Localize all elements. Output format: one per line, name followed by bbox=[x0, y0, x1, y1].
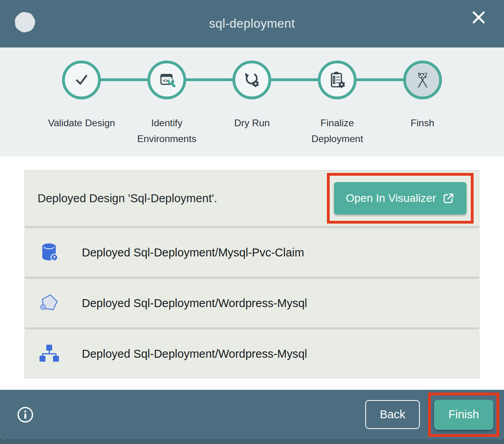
dry-run-icon bbox=[243, 71, 261, 89]
back-button[interactable]: Back bbox=[365, 400, 420, 429]
deployed-item-message: Deployed Sql-Deployment/Mysql-Pvc-Claim bbox=[82, 246, 304, 259]
step-validate-design: Validate Design bbox=[39, 61, 125, 146]
deployed-design-row: Deployed Design 'Sql-Deployment'. Open I… bbox=[25, 171, 479, 226]
clipboard-gear-icon bbox=[328, 71, 346, 89]
info-button[interactable] bbox=[17, 406, 34, 423]
deployed-item-message: Deployed Sql-Deployment/Wordpress-Mysql bbox=[82, 297, 307, 310]
step-finalize-deployment: Finalize Deployment bbox=[294, 61, 380, 146]
deployed-item-row: Deployed Sql-Deployment/Wordpress-Mysql bbox=[25, 279, 479, 327]
external-link-icon bbox=[442, 192, 455, 205]
close-icon bbox=[470, 9, 487, 26]
step-label: Finsh bbox=[411, 115, 434, 131]
step-label: Finalize Deployment bbox=[301, 115, 373, 146]
svg-text:<>: <> bbox=[163, 78, 169, 83]
modal-footer: Back Finish bbox=[0, 390, 504, 439]
screen: sql-deployment Validate Design bbox=[0, 0, 504, 444]
step-identify-environments: <> Identify Environments bbox=[124, 61, 210, 146]
code-environment-icon: <> bbox=[158, 71, 176, 89]
open-in-visualizer-button[interactable]: Open In Visualizer bbox=[334, 182, 466, 214]
finish-flags-icon bbox=[413, 71, 432, 89]
hierarchy-icon bbox=[39, 343, 60, 364]
svg-text:?: ? bbox=[53, 255, 55, 260]
deployed-item-message: Deployed Sql-Deployment/Wordpress-Mysql bbox=[82, 347, 307, 361]
close-button[interactable] bbox=[470, 9, 487, 26]
step-finish: Finsh bbox=[380, 61, 465, 146]
backdrop-strip bbox=[0, 439, 504, 444]
modal-title: sql-deployment bbox=[0, 17, 504, 31]
pentagon-icon bbox=[39, 293, 60, 313]
deployment-results: Deployed Design 'Sql-Deployment'. Open I… bbox=[0, 156, 504, 390]
step-label: Validate Design bbox=[48, 115, 115, 131]
database-icon: ? bbox=[39, 242, 60, 263]
result-list: Deployed Design 'Sql-Deployment'. Open I… bbox=[25, 170, 479, 378]
highlight-box-finish: Finish bbox=[428, 393, 499, 437]
step-label: Dry Run bbox=[234, 115, 270, 131]
step-dry-run: Dry Run bbox=[210, 61, 295, 146]
highlight-box-open-in-visualizer: Open In Visualizer bbox=[327, 173, 474, 224]
info-icon bbox=[17, 406, 34, 423]
deployed-item-row: ? Deployed Sql-Deployment/Mysql-Pvc-Clai… bbox=[25, 228, 479, 277]
deployed-design-message: Deployed Design 'Sql-Deployment'. bbox=[38, 192, 217, 205]
deployed-item-row: Deployed Sql-Deployment/Wordpress-Mysql bbox=[25, 330, 479, 378]
step-label: Identify Environments bbox=[131, 115, 203, 146]
open-in-visualizer-label: Open In Visualizer bbox=[346, 192, 436, 205]
check-icon bbox=[72, 71, 91, 89]
finish-button[interactable]: Finish bbox=[434, 400, 493, 430]
deployment-stepper: Validate Design <> Identify Enviro bbox=[0, 47, 504, 156]
modal-header: sql-deployment bbox=[0, 0, 504, 47]
sql-deployment-modal: sql-deployment Validate Design bbox=[0, 0, 504, 439]
